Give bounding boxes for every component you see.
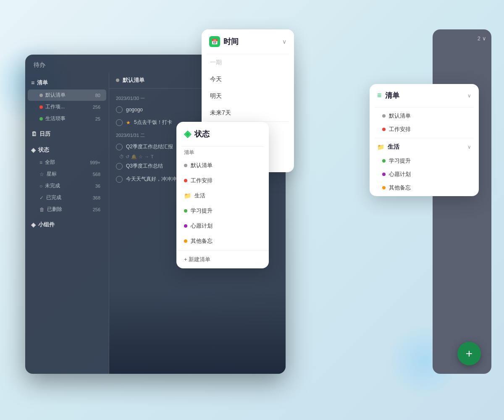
list-dot-notes [382, 186, 386, 189]
sidebar-label-complete: 已完成 [46, 194, 61, 201]
list-section-life-label: 生活 [388, 143, 399, 151]
new-list-button[interactable]: + 新建清单 [176, 250, 269, 268]
list-panel-title: ≡ 清单 [377, 91, 399, 100]
list-panel-chevron-icon[interactable]: ∨ [467, 93, 471, 99]
sidebar-item-incomplete[interactable]: ○ 未完成 36 [28, 180, 106, 192]
status-panel-logo-icon: ◈ [184, 129, 191, 139]
label-default-status: 默认清单 [191, 162, 213, 169]
sidebar-item-deleted[interactable]: 🗑 已删除 256 [28, 204, 106, 215]
sidebar-item-complete[interactable]: ✓ 已完成 368 [28, 192, 106, 203]
sidebar-group-widget[interactable]: ◈ 小组件 [25, 218, 109, 231]
status-list-default[interactable]: 默认清单 [176, 158, 269, 173]
sidebar-item-life[interactable]: 生活琐事 25 [28, 113, 106, 124]
status-list-study[interactable]: 学习提升 [176, 203, 269, 218]
circle-icon: ○ [39, 183, 42, 189]
sidebar-label-incomplete: 未完成 [45, 182, 60, 189]
status-list-work[interactable]: 工作安排 [176, 173, 269, 188]
star-icon: ☆ [39, 171, 44, 177]
sidebar-section-widget: ◈ 小组件 [25, 218, 109, 231]
text-icon: T [151, 154, 154, 160]
task-circle-3 [116, 144, 123, 150]
fab-add-button[interactable]: + [457, 342, 481, 365]
task-date-1: 2023/01/30 一 [116, 96, 145, 101]
status-section-label: 清单 [176, 147, 269, 158]
time-panel-chevron-icon[interactable]: ∨ [282, 38, 286, 45]
content-dot [116, 79, 119, 82]
sidebar-label-default: 默认清单 [45, 92, 66, 99]
sidebar-group-calendar[interactable]: 🗓 日历 [25, 128, 109, 140]
list-item-wish[interactable]: 心愿计划 [370, 168, 479, 181]
badge-work: 256 [93, 105, 100, 110]
time-item-tomorrow[interactable]: 明天 [202, 88, 294, 105]
bell-icon: 🔔 [131, 154, 137, 160]
list-item-default[interactable]: 默认清单 [370, 109, 479, 123]
list-item-notes[interactable]: 其他备忘 [370, 181, 479, 194]
dot-work [39, 105, 43, 109]
sidebar-section-status: ◈ 状态 ≡ 全部 999+ ☆ 星标 568 [25, 144, 109, 215]
time-item-7days[interactable]: 未来7天 [202, 105, 294, 121]
sidebar-widget-label: 小组件 [38, 221, 55, 228]
sidebar-item-starred[interactable]: ☆ 星标 568 [28, 168, 106, 180]
task-date-2: 2023/01/31 二 [116, 133, 145, 138]
list-label-default: 默认清单 [389, 112, 411, 120]
widget-icon: ◈ [31, 221, 36, 228]
sidebar-label-all: 全部 [45, 159, 55, 166]
timer-icon: ⏱ [119, 154, 124, 160]
status-panel-title: ◈ 状态 [184, 129, 210, 139]
task-circle-4 [116, 163, 123, 170]
sidebar-item-work[interactable]: 工作项... 256 [28, 101, 106, 113]
arrow-icon: → [144, 154, 149, 160]
list-item-work[interactable]: 工作安排 [370, 123, 479, 136]
list-section-life-left: 📁 生活 [377, 143, 399, 151]
list-item-study[interactable]: 学习提升 [370, 154, 479, 168]
sidebar: ≡ 清单 默认清单 80 工作项... 256 [25, 72, 109, 374]
dot-work-status [184, 179, 187, 182]
dot-wish-status [184, 224, 187, 228]
task-title-3: Q2季度工作总结汇报 [126, 143, 173, 150]
list-dot-wish [382, 173, 386, 176]
badge-incomplete: 36 [95, 184, 100, 189]
status-list-life-folder[interactable]: 📁 生活 [176, 188, 269, 203]
label-work-status: 工作安排 [191, 177, 213, 184]
status-list-wish[interactable]: 心愿计划 [176, 218, 269, 234]
time-item-today[interactable]: 今天 [202, 71, 294, 88]
calendar-icon: 🗓 [31, 131, 37, 137]
time-panel-label: 时间 [223, 37, 239, 47]
list-icon: ≡ [31, 79, 34, 86]
task-circle-5 [116, 176, 123, 183]
task-title-2: 5点去干饭！打卡 [134, 119, 172, 126]
list-label-study: 学习提升 [389, 157, 411, 165]
folder-life-icon: 📁 [184, 192, 191, 199]
list-label-wish: 心愿计划 [389, 171, 411, 178]
list-dot-default [382, 114, 386, 118]
time-panel-calendar-icon: 📅 [209, 36, 220, 47]
list-label-work: 工作安排 [389, 126, 411, 133]
task-title-1: gogogo [126, 107, 143, 113]
app-title: 待办 [34, 61, 45, 68]
sidebar-group-status[interactable]: ◈ 状态 [25, 144, 109, 156]
task-title-5: 今天天气真好，冲冲冲 [126, 176, 176, 183]
sidebar-item-all[interactable]: ≡ 全部 999+ [28, 157, 106, 168]
list-panel: ≡ 清单 ∨ 默认清单 工作安排 📁 生活 ∨ 学习提升 [370, 84, 479, 196]
time-item-past[interactable]: 一期 [202, 54, 294, 71]
badge-starred: 568 [93, 172, 100, 177]
star-icon-2: ☆ [139, 154, 143, 160]
right-panel: 2 ∨ [433, 29, 491, 374]
sidebar-section-calendar: 🗓 日历 [25, 128, 109, 140]
sidebar-calendar-label: 日历 [39, 130, 50, 138]
folder-life-list-icon: 📁 [377, 144, 384, 150]
all-icon: ≡ [39, 160, 42, 165]
label-life-status: 生活 [194, 192, 205, 200]
label-wish-status: 心愿计划 [191, 222, 213, 230]
time-panel-header: 📅 时间 ∨ [202, 29, 294, 54]
status-list-notes[interactable]: 其他备忘 [176, 234, 269, 249]
list-section-life-header[interactable]: 📁 生活 ∨ [370, 140, 479, 154]
right-panel-number: 2 ∨ [478, 35, 486, 42]
badge-default: 80 [95, 93, 100, 98]
list-section-life-chevron: ∨ [467, 144, 471, 150]
dot-default [39, 94, 43, 97]
sidebar-item-default-list[interactable]: 默认清单 80 [28, 89, 106, 101]
list-label-notes: 其他备忘 [389, 184, 411, 192]
list-panel-label: 清单 [385, 91, 399, 100]
badge-deleted: 256 [93, 207, 100, 212]
